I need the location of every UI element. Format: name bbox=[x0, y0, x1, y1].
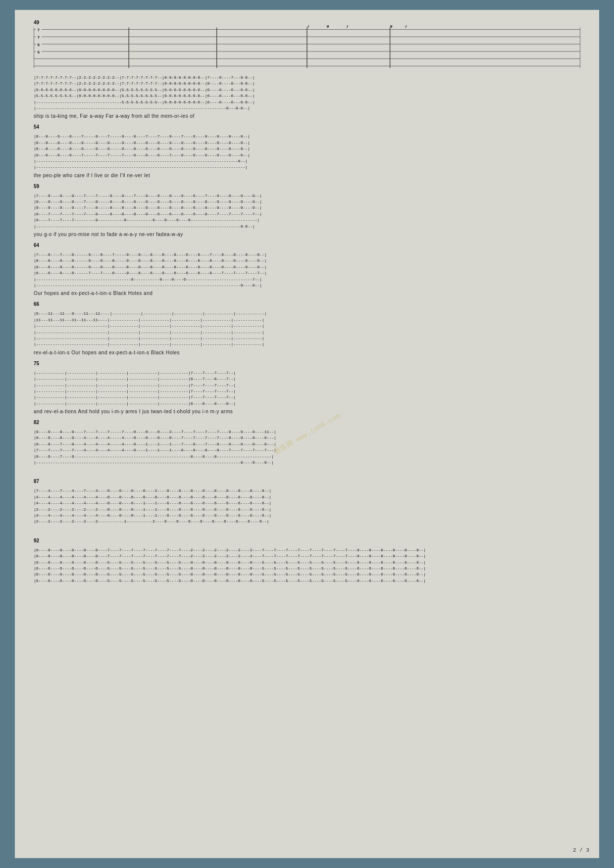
section-59: 59 |7----9----9----9----7----7-----9----… bbox=[30, 184, 584, 239]
tab-staff-49: 7 7 7 6 5 7 9 7 9 7 bbox=[34, 25, 580, 71]
svg-text:7: 7 bbox=[307, 25, 309, 29]
svg-text:7: 7 bbox=[346, 25, 349, 29]
section-66: 66 |9----11---11---9----11---11----|----… bbox=[30, 301, 584, 356]
svg-text:6: 6 bbox=[37, 43, 40, 47]
measure-number-82: 82 bbox=[34, 420, 580, 425]
lyrics-54: the peo-ple who care if I live or die I'… bbox=[34, 173, 580, 180]
svg-text:7: 7 bbox=[405, 25, 407, 29]
tab-content-92: |8----8----8----8----8----8----7----7---… bbox=[34, 547, 580, 584]
measure-number-59: 59 bbox=[34, 184, 580, 189]
lyrics-82 bbox=[34, 468, 580, 475]
tab-content-64: |7----8----7----8------9----9----7-----9… bbox=[34, 252, 580, 289]
tab-content-59: |7----9----9----9----7----7-----9----9--… bbox=[34, 193, 580, 230]
svg-text:9: 9 bbox=[390, 25, 393, 29]
lyrics-87 bbox=[34, 527, 580, 534]
svg-text:9: 9 bbox=[326, 25, 329, 29]
lyrics-92 bbox=[34, 586, 580, 593]
svg-text:7: 7 bbox=[37, 28, 40, 32]
svg-text:5: 5 bbox=[37, 50, 40, 54]
tab-content-54: |8---8----6----8----7-----9----7-----9--… bbox=[34, 134, 580, 170]
lyrics-59: you g-o if you pro-mise not to fade a-w-… bbox=[34, 232, 580, 239]
measure-number-75: 75 bbox=[34, 361, 580, 366]
tab-content-66: |9----11---11---9----11---11----|-------… bbox=[34, 311, 580, 347]
section-75: 75 |------------|------------|----------… bbox=[30, 361, 584, 416]
measure-number-87: 87 bbox=[34, 479, 580, 484]
tab-content-75: |------------|------------|------------|… bbox=[34, 370, 580, 407]
measure-number-64: 64 bbox=[34, 242, 580, 248]
sheet-music-page: 49 7 7 7 6 bbox=[15, 10, 599, 858]
measure-number-66: 66 bbox=[34, 301, 580, 307]
section-64: 64 |7----8----7----8------9----9----7---… bbox=[30, 242, 584, 297]
lyrics-75: and rev-el-a-tions And hold you i-m-y ar… bbox=[34, 409, 580, 416]
lyrics-66: rev-el-a-t-ion-s Our hopes and ex-pect-a… bbox=[34, 350, 580, 357]
measure-number-49: 49 bbox=[34, 20, 580, 25]
section-49: 49 7 7 7 6 bbox=[30, 20, 584, 120]
section-54: 54 |8---8----6----8----7-----9----7-----… bbox=[30, 124, 584, 179]
lyrics-49: ship is ta-king me, Far a-way Far a-way … bbox=[34, 113, 580, 120]
lyrics-64: Our hopes and ex-pect-a-t-ion-s Black Ho… bbox=[34, 290, 580, 297]
section-87: 87 |7----4----7----4----7----4----0----0… bbox=[30, 479, 584, 533]
section-82: 82 |9----9----9----9----7----7----7-----… bbox=[30, 420, 584, 475]
measure-number-54: 54 bbox=[34, 124, 580, 130]
section-92: 92 |8----8----8----8----8----8----7----7… bbox=[30, 538, 584, 593]
tab-content-87: |7----4----7----4----7----4----0----0---… bbox=[34, 488, 580, 525]
page-number: 2 / 3 bbox=[573, 847, 589, 853]
measure-number-92: 92 bbox=[34, 538, 580, 543]
tab-content-82: |9----9----9----9----7----7----7-----7--… bbox=[34, 429, 580, 466]
tab-content-49: |7-7-7-7-7-7-7-7--|2-2-2-2-2-2-2-2--|7-7… bbox=[34, 75, 580, 111]
svg-text:7: 7 bbox=[37, 35, 40, 40]
